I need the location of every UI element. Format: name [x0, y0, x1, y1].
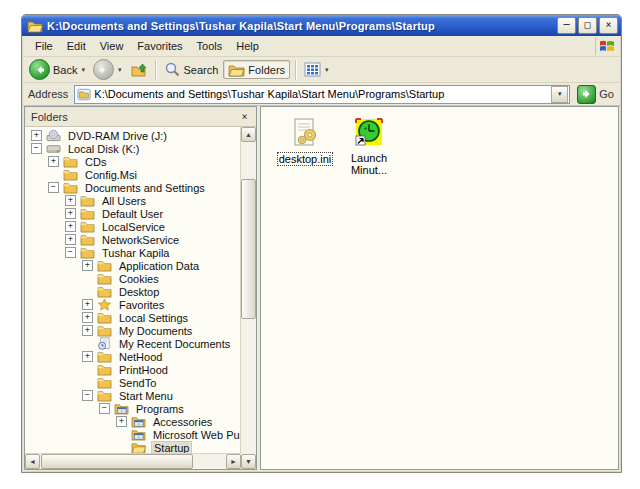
tree-item[interactable]: PrintHood [25, 363, 241, 376]
folders-button[interactable]: Folders [223, 60, 290, 79]
vertical-scroll-thumb[interactable] [241, 179, 256, 319]
tree-item-label: Programs [134, 403, 186, 415]
expand-toggle-icon[interactable]: + [82, 325, 93, 336]
tree-item-label: Local Settings [117, 312, 190, 324]
folders-pane-close-icon[interactable]: × [237, 110, 252, 124]
tree-item[interactable]: − Start Menu [25, 389, 241, 402]
tree-item[interactable]: + Application Data [25, 259, 241, 272]
menu-item-favorites[interactable]: Favorites [130, 38, 189, 54]
tree-item[interactable]: − Documents and Settings [25, 181, 241, 194]
expand-toggle-icon[interactable]: + [82, 260, 93, 271]
folder-icon [97, 363, 113, 377]
folder-icon [80, 220, 96, 234]
expand-toggle-icon[interactable]: + [65, 195, 76, 206]
program-group-icon [131, 415, 147, 429]
horizontal-scroll-thumb[interactable] [41, 454, 193, 469]
tree-item[interactable]: Config.Msi [25, 168, 241, 181]
views-dropdown-icon[interactable]: ▾ [325, 66, 329, 74]
tree-item-label: CDs [83, 156, 108, 168]
folder-icon [97, 376, 113, 390]
go-label: Go [599, 88, 614, 100]
hard-drive-icon [46, 142, 62, 156]
expand-toggle-icon[interactable]: + [48, 156, 59, 167]
expand-toggle-icon[interactable]: − [48, 182, 59, 193]
go-button[interactable]: Go [574, 85, 617, 104]
tree-item[interactable]: + NetHood [25, 350, 241, 363]
forward-dropdown-icon[interactable]: ▾ [118, 66, 122, 74]
folder-icon [97, 350, 113, 364]
tree-item[interactable]: SendTo [25, 376, 241, 389]
expand-toggle-icon[interactable]: − [82, 390, 93, 401]
views-button[interactable]: ▾ [301, 60, 332, 79]
content-area: Folders × + DVD-RAM Drive (J:) − Local D… [24, 106, 619, 470]
menu-item-tools[interactable]: Tools [190, 38, 230, 54]
tree-item-label: My Documents [117, 325, 194, 337]
tree-item[interactable]: + CDs [25, 155, 241, 168]
expand-toggle-icon[interactable]: + [82, 299, 93, 310]
tree-item-label: Favorites [117, 299, 166, 311]
tree-item-label: My Recent Documents [117, 338, 232, 350]
expand-toggle-icon[interactable]: − [99, 403, 110, 414]
tree-item[interactable]: + Local Settings [25, 311, 241, 324]
tree-item[interactable]: + Favorites [25, 298, 241, 311]
tree-item[interactable]: − Tushar Kapila [25, 246, 241, 259]
menu-item-view[interactable]: View [93, 38, 131, 54]
back-dropdown-icon[interactable]: ▾ [81, 66, 85, 74]
tree-item-label: Config.Msi [83, 169, 139, 181]
tree-item-label: Default User [100, 208, 165, 220]
folder-icon [63, 181, 79, 195]
expand-toggle-icon[interactable]: + [31, 130, 42, 141]
tree-item[interactable]: + LocalService [25, 220, 241, 233]
tree-item[interactable]: + DVD-RAM Drive (J:) [25, 129, 241, 142]
tree-item[interactable]: Cookies [25, 272, 241, 285]
tree-item[interactable]: + Default User [25, 207, 241, 220]
tree-item[interactable]: + All Users [25, 194, 241, 207]
folder-icon [80, 246, 96, 260]
tree-item[interactable]: My Recent Documents [25, 337, 241, 350]
expand-toggle-icon[interactable]: + [65, 234, 76, 245]
up-button[interactable] [127, 60, 150, 79]
expand-toggle-icon[interactable]: + [82, 351, 93, 362]
expand-toggle-icon[interactable]: + [65, 208, 76, 219]
expand-toggle-icon[interactable]: − [31, 143, 42, 154]
windows-logo-icon [595, 37, 619, 55]
scroll-right-icon[interactable]: ► [226, 454, 241, 469]
menu-item-help[interactable]: Help [229, 38, 266, 54]
file-item[interactable]: desktop.ini [277, 117, 333, 166]
tree-item[interactable]: + My Documents [25, 324, 241, 337]
files-pane[interactable]: desktop.ini Launch Minut... [260, 106, 619, 470]
scroll-up-icon[interactable]: ▲ [241, 127, 256, 142]
tree-vertical-scrollbar[interactable]: ▲ ▼ [240, 127, 256, 469]
tree-item[interactable]: Desktop [25, 285, 241, 298]
tree-item[interactable]: + NetworkService [25, 233, 241, 246]
folder-icon [80, 233, 96, 247]
title-bar[interactable]: K:\Documents and Settings\Tushar Kapila\… [22, 15, 621, 36]
expand-toggle-icon[interactable]: + [116, 416, 127, 427]
forward-button[interactable]: ▾ [90, 58, 125, 81]
tree-horizontal-scrollbar[interactable]: ◄ ► [25, 453, 241, 469]
file-item[interactable]: Launch Minut... [341, 117, 397, 176]
minimize-button-icon[interactable]: ─ [557, 17, 576, 34]
address-dropdown-icon[interactable]: ▾ [551, 86, 568, 103]
forward-arrow-icon [93, 59, 114, 80]
folder-icon [80, 207, 96, 221]
tree-item[interactable]: Microsoft Web Publishin [25, 428, 241, 441]
menu-item-file[interactable]: File [28, 38, 60, 54]
expand-toggle-icon[interactable]: − [65, 247, 76, 258]
tree-item[interactable]: + Accessories [25, 415, 241, 428]
maximize-button-icon[interactable]: □ [578, 17, 597, 34]
menu-item-edit[interactable]: Edit [60, 38, 93, 54]
close-button-icon[interactable]: × [599, 17, 618, 34]
folders-pane: Folders × + DVD-RAM Drive (J:) − Local D… [24, 106, 257, 470]
tree-item[interactable]: − Programs [25, 402, 241, 415]
expand-toggle-icon[interactable]: + [82, 312, 93, 323]
scroll-left-icon[interactable]: ◄ [25, 454, 40, 469]
tree-item-label: Accessories [151, 416, 214, 428]
tree-item-label: LocalService [100, 221, 167, 233]
search-button[interactable]: Search [161, 60, 222, 79]
tree-item[interactable]: − Local Disk (K:) [25, 142, 241, 155]
address-input[interactable]: K:\Documents and Settings\Tushar Kapila\… [74, 85, 570, 104]
back-button[interactable]: Back ▾ [26, 58, 88, 81]
expand-toggle-icon[interactable]: + [65, 221, 76, 232]
scroll-down-icon[interactable]: ▼ [241, 454, 256, 469]
